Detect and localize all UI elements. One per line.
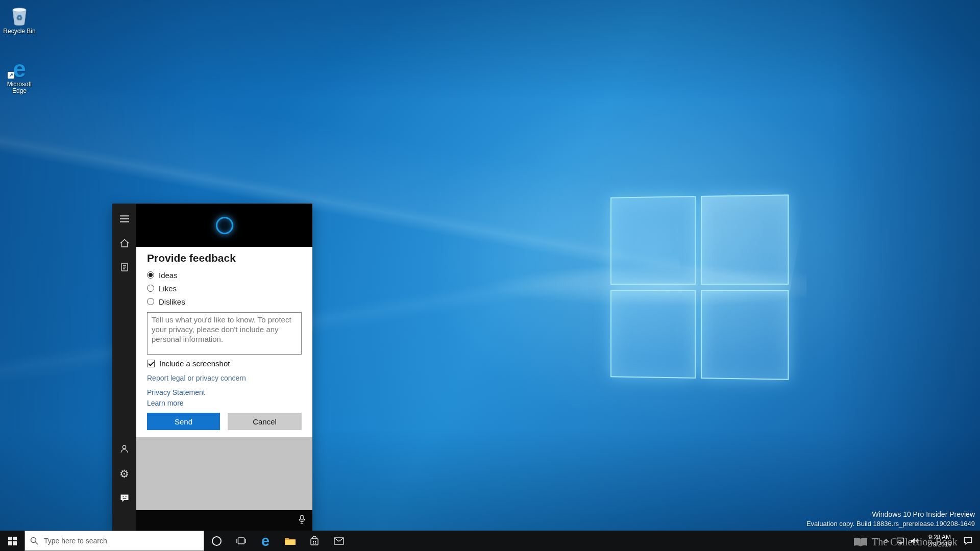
include-screenshot-option[interactable]: Include a screenshot bbox=[147, 359, 302, 368]
clock-date: 2/9/2019 bbox=[922, 541, 958, 548]
taskbar-search[interactable] bbox=[24, 531, 204, 551]
microphone-button[interactable] bbox=[299, 515, 305, 526]
store-bag-icon bbox=[310, 536, 319, 546]
cortana-header bbox=[136, 204, 312, 247]
mail-envelope-icon bbox=[334, 537, 344, 545]
tray-chevron-button[interactable] bbox=[879, 531, 893, 551]
radio-option-likes[interactable]: Likes bbox=[147, 282, 302, 295]
taskbar: e bbox=[0, 531, 980, 551]
shortcut-arrow-icon bbox=[8, 72, 14, 80]
feedback-icon bbox=[120, 494, 129, 503]
action-center-button[interactable] bbox=[958, 531, 978, 551]
edge-icon: e bbox=[261, 534, 270, 548]
search-icon bbox=[30, 537, 38, 545]
build-info-line2: Evaluation copy. Build 18836.rs_prerelea… bbox=[806, 520, 975, 528]
microsoft-store-button[interactable] bbox=[302, 531, 327, 551]
feedback-form: Provide feedback Ideas Likes Dislikes In… bbox=[136, 247, 312, 437]
start-button[interactable] bbox=[0, 531, 24, 551]
wallpaper-light-flare bbox=[368, 258, 806, 314]
chevron-up-icon bbox=[883, 539, 889, 543]
radio-button[interactable] bbox=[147, 285, 154, 292]
radio-label: Likes bbox=[159, 284, 177, 293]
radio-button-selected[interactable] bbox=[147, 271, 154, 279]
page-title: Provide feedback bbox=[147, 252, 302, 264]
report-legal-link[interactable]: Report legal or privacy concern bbox=[147, 374, 302, 382]
task-view-icon bbox=[236, 536, 247, 545]
cortana-sidebar: ⚙ bbox=[112, 204, 136, 531]
task-view-button[interactable] bbox=[229, 531, 253, 551]
desktop: ♻ Recycle Bin e Microsoft Edge Windows 1… bbox=[0, 0, 980, 551]
build-info: Windows 10 Pro Insider Preview Evaluatio… bbox=[806, 510, 975, 528]
search-input[interactable] bbox=[43, 536, 199, 545]
recycle-bin-icon: ♻ bbox=[8, 5, 31, 27]
network-tray-button[interactable] bbox=[893, 531, 908, 551]
settings-button[interactable]: ⚙ bbox=[112, 463, 136, 484]
taskbar-clock[interactable]: 9:28 AM 2/9/2019 bbox=[922, 534, 958, 548]
speaker-icon bbox=[911, 537, 919, 544]
hamburger-menu-button[interactable] bbox=[112, 209, 136, 229]
checkbox-label: Include a screenshot bbox=[159, 359, 230, 368]
cortana-taskbar-button[interactable] bbox=[204, 531, 229, 551]
microsoft-edge-desktop-icon[interactable]: e Microsoft Edge bbox=[0, 58, 39, 94]
mail-button[interactable] bbox=[327, 531, 351, 551]
radio-label: Dislikes bbox=[159, 297, 185, 306]
cortana-panel-lower-area bbox=[136, 437, 312, 510]
recycle-symbol: ♻ bbox=[16, 13, 23, 21]
cortana-input-bar bbox=[136, 510, 312, 531]
build-info-line1: Windows 10 Pro Insider Preview bbox=[806, 510, 975, 518]
edge-label: Microsoft Edge bbox=[1, 81, 38, 94]
gear-icon: ⚙ bbox=[119, 468, 129, 479]
feedback-text-input[interactable] bbox=[147, 312, 302, 355]
privacy-statement-link[interactable]: Privacy Statement bbox=[147, 388, 302, 396]
cancel-button[interactable]: Cancel bbox=[228, 413, 302, 430]
network-icon bbox=[896, 537, 904, 544]
radio-label: Ideas bbox=[159, 271, 178, 280]
learn-more-link[interactable]: Learn more bbox=[147, 399, 302, 407]
profile-button[interactable] bbox=[112, 438, 136, 459]
windows-logo-icon bbox=[8, 537, 17, 545]
file-explorer-button[interactable] bbox=[278, 531, 302, 551]
radio-option-ideas[interactable]: Ideas bbox=[147, 268, 302, 282]
cortana-logo-icon bbox=[216, 217, 233, 234]
system-tray: 9:28 AM 2/9/2019 bbox=[879, 531, 980, 551]
volume-tray-button[interactable] bbox=[908, 531, 922, 551]
clock-time: 9:28 AM bbox=[922, 534, 958, 541]
recycle-bin-desktop-icon[interactable]: ♻ Recycle Bin bbox=[0, 5, 39, 35]
radio-button[interactable] bbox=[147, 298, 154, 305]
microphone-icon bbox=[299, 515, 305, 524]
home-button[interactable] bbox=[112, 233, 136, 253]
screenshot-checkbox[interactable] bbox=[147, 360, 155, 367]
cortana-panel: ⚙ Provide feedback Ideas bbox=[112, 204, 312, 531]
radio-option-dislikes[interactable]: Dislikes bbox=[147, 295, 302, 308]
notebook-button[interactable] bbox=[112, 257, 136, 277]
action-center-icon bbox=[964, 537, 972, 545]
edge-taskbar-button[interactable]: e bbox=[253, 531, 278, 551]
edge-icon: e bbox=[13, 59, 26, 79]
folder-icon bbox=[284, 536, 296, 546]
recycle-bin-label: Recycle Bin bbox=[3, 28, 35, 35]
cortana-icon bbox=[212, 536, 222, 546]
feedback-button[interactable] bbox=[112, 488, 136, 508]
send-button[interactable]: Send bbox=[147, 413, 220, 430]
